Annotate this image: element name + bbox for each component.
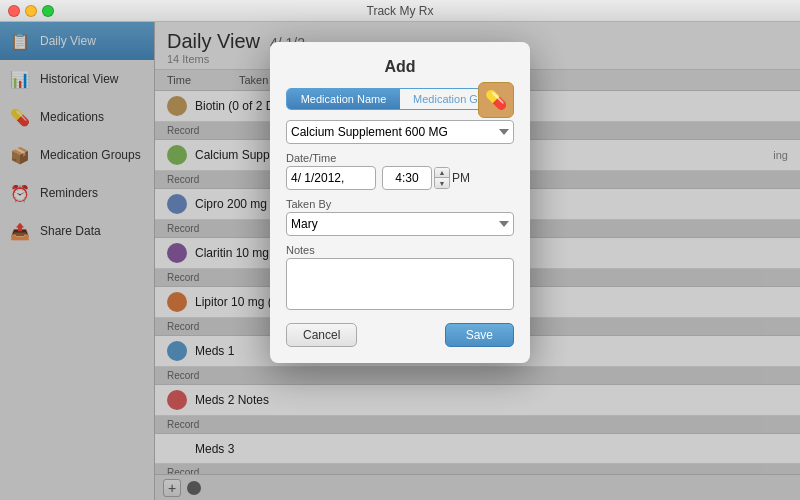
- ampm-label: PM: [452, 171, 470, 185]
- datetime-row: ▲ ▼ PM: [286, 166, 514, 190]
- minimize-button[interactable]: [25, 5, 37, 17]
- taken-by-label: Taken By: [286, 198, 514, 210]
- datetime-field: Date/Time ▲ ▼ PM: [286, 152, 514, 190]
- close-button[interactable]: [8, 5, 20, 17]
- cancel-button[interactable]: Cancel: [286, 323, 357, 347]
- modal-overlay: Add Medication Name Medication Group 💊 C…: [0, 22, 800, 500]
- modal-title: Add: [286, 58, 514, 76]
- notes-field: Notes: [286, 244, 514, 313]
- time-stepper: ▲ ▼: [434, 167, 450, 189]
- time-group: ▲ ▼ PM: [382, 166, 470, 190]
- notes-label: Notes: [286, 244, 514, 256]
- medication-icon: 💊: [478, 82, 514, 118]
- time-input[interactable]: [382, 166, 432, 190]
- time-increment[interactable]: ▲: [435, 168, 449, 178]
- title-bar: Track My Rx: [0, 0, 800, 22]
- save-button[interactable]: Save: [445, 323, 514, 347]
- datetime-label: Date/Time: [286, 152, 514, 164]
- add-modal: Add Medication Name Medication Group 💊 C…: [270, 42, 530, 363]
- tab-medication-name[interactable]: Medication Name: [287, 89, 400, 109]
- medication-select[interactable]: Calcium Supplement 600 MG: [286, 120, 514, 144]
- date-input[interactable]: [286, 166, 376, 190]
- notes-input[interactable]: [286, 258, 514, 310]
- taken-by-select[interactable]: Mary: [286, 212, 514, 236]
- app-title: Track My Rx: [367, 4, 434, 18]
- time-decrement[interactable]: ▼: [435, 178, 449, 188]
- medication-field: Calcium Supplement 600 MG: [286, 120, 514, 144]
- taken-by-field: Taken By Mary: [286, 198, 514, 236]
- maximize-button[interactable]: [42, 5, 54, 17]
- traffic-lights: [8, 5, 54, 17]
- modal-buttons: Cancel Save: [286, 323, 514, 347]
